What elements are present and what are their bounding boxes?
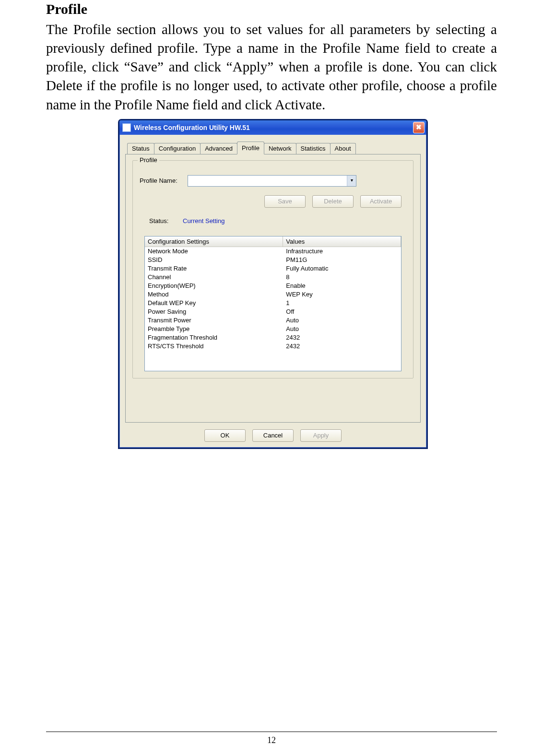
tab-strip: Status Configuration Advanced Profile Ne… bbox=[127, 142, 421, 154]
list-item[interactable]: Power SavingOff bbox=[145, 307, 401, 316]
profile-groupbox: Profile Profile Name: ▾ Save Delete Acti bbox=[132, 160, 413, 378]
list-item[interactable]: RTS/CTS Threshold2432 bbox=[145, 342, 401, 351]
cell-setting: Network Mode bbox=[145, 247, 283, 256]
chevron-down-icon[interactable]: ▾ bbox=[347, 176, 356, 186]
app-window: Wireless Configuration Utility HW.51 ✖ S… bbox=[118, 119, 428, 449]
tab-configuration[interactable]: Configuration bbox=[154, 143, 201, 154]
cell-setting: Default WEP Key bbox=[145, 299, 283, 307]
list-item[interactable]: Transmit RateFully Automatic bbox=[145, 264, 401, 273]
cell-value: PM11G bbox=[283, 256, 401, 264]
cell-value: Auto bbox=[283, 325, 401, 333]
client-area: Status Configuration Advanced Profile Ne… bbox=[119, 135, 426, 448]
cell-value: 8 bbox=[283, 273, 401, 282]
cell-value: Fully Automatic bbox=[283, 264, 401, 273]
cell-value: 1 bbox=[283, 299, 401, 307]
status-value: Current Setting bbox=[183, 217, 224, 224]
cell-value: 2432 bbox=[283, 333, 401, 342]
section-body: The Profile section allows you to set va… bbox=[46, 20, 497, 114]
list-item[interactable]: Default WEP Key1 bbox=[145, 299, 401, 307]
listview-body: Network ModeInfrastructureSSIDPM11GTrans… bbox=[145, 247, 401, 351]
profile-name-label: Profile Name: bbox=[140, 177, 188, 184]
delete-button[interactable]: Delete bbox=[312, 195, 354, 208]
activate-button[interactable]: Activate bbox=[360, 195, 401, 208]
footer-rule bbox=[46, 732, 497, 732]
cell-setting: Preamble Type bbox=[145, 325, 283, 333]
cancel-button[interactable]: Cancel bbox=[252, 429, 294, 442]
close-button[interactable]: ✖ bbox=[413, 122, 425, 133]
cell-setting: Power Saving bbox=[145, 307, 283, 316]
profile-name-input[interactable] bbox=[188, 176, 347, 186]
window-title: Wireless Configuration Utility HW.51 bbox=[134, 124, 413, 131]
cell-setting: Fragmentation Threshold bbox=[145, 333, 283, 342]
tab-profile[interactable]: Profile bbox=[237, 142, 264, 154]
save-button[interactable]: Save bbox=[264, 195, 306, 208]
settings-listview[interactable]: Configuration Settings Values Network Mo… bbox=[144, 236, 401, 371]
tab-statistics[interactable]: Statistics bbox=[296, 143, 331, 154]
tab-panel: Profile Profile Name: ▾ Save Delete Acti bbox=[125, 154, 421, 423]
list-item[interactable]: Transmit PowerAuto bbox=[145, 316, 401, 325]
cell-value: Enable bbox=[283, 282, 401, 290]
listview-header: Configuration Settings Values bbox=[145, 236, 401, 247]
cell-setting: Transmit Power bbox=[145, 316, 283, 325]
titlebar: Wireless Configuration Utility HW.51 ✖ bbox=[119, 120, 426, 135]
cell-setting: Transmit Rate bbox=[145, 264, 283, 273]
cell-value: Auto bbox=[283, 316, 401, 325]
dialog-button-row: OK Cancel Apply bbox=[125, 429, 421, 442]
page-number: 12 bbox=[0, 735, 543, 745]
tab-about[interactable]: About bbox=[330, 143, 356, 154]
app-icon bbox=[122, 123, 131, 132]
section-heading: Profile bbox=[46, 1, 497, 17]
list-item[interactable]: MethodWEP Key bbox=[145, 290, 401, 299]
header-col-settings: Configuration Settings bbox=[145, 236, 283, 247]
tab-advanced[interactable]: Advanced bbox=[200, 143, 237, 154]
header-col-values: Values bbox=[283, 236, 401, 247]
cell-setting: RTS/CTS Threshold bbox=[145, 342, 283, 351]
cell-setting: Method bbox=[145, 290, 283, 299]
list-item[interactable]: Channel8 bbox=[145, 273, 401, 282]
cell-value: Off bbox=[283, 307, 401, 316]
list-item[interactable]: Network ModeInfrastructure bbox=[145, 247, 401, 256]
apply-button[interactable]: Apply bbox=[300, 429, 342, 442]
tab-status[interactable]: Status bbox=[127, 143, 154, 154]
cell-setting: Encryption(WEP) bbox=[145, 282, 283, 290]
list-item[interactable]: Fragmentation Threshold2432 bbox=[145, 333, 401, 342]
list-item[interactable]: SSIDPM11G bbox=[145, 256, 401, 264]
cell-setting: SSID bbox=[145, 256, 283, 264]
cell-value: WEP Key bbox=[283, 290, 401, 299]
list-item[interactable]: Encryption(WEP)Enable bbox=[145, 282, 401, 290]
status-label: Status: bbox=[149, 217, 183, 224]
cell-value: Infrastructure bbox=[283, 247, 401, 256]
screenshot-container: Wireless Configuration Utility HW.51 ✖ S… bbox=[118, 119, 425, 449]
list-item[interactable]: Preamble TypeAuto bbox=[145, 325, 401, 333]
groupbox-title: Profile bbox=[138, 156, 159, 164]
tab-network[interactable]: Network bbox=[264, 143, 296, 154]
cell-value: 2432 bbox=[283, 342, 401, 351]
profile-name-combo[interactable]: ▾ bbox=[188, 175, 356, 187]
ok-button[interactable]: OK bbox=[204, 429, 246, 442]
cell-setting: Channel bbox=[145, 273, 283, 282]
